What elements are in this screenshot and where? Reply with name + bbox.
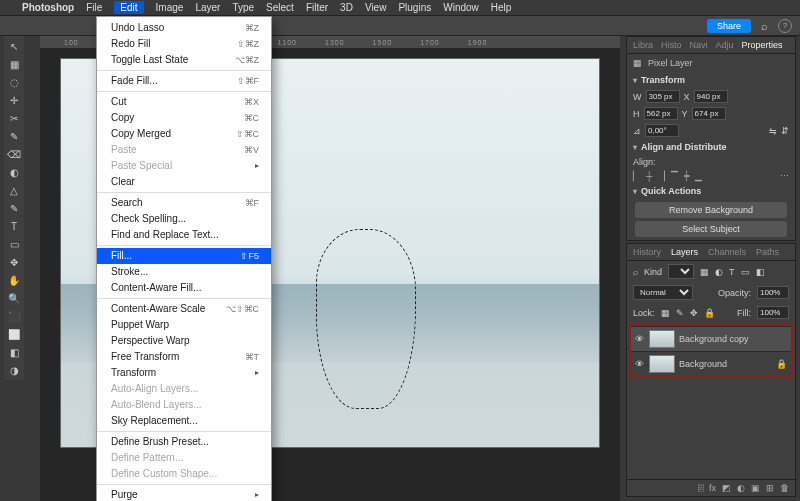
- tab-histogram[interactable]: Histo: [661, 40, 682, 50]
- menu-item-content-aware-scale[interactable]: Content-Aware Scale⌥⇧⌘C: [97, 301, 271, 317]
- menu-3d[interactable]: 3D: [340, 2, 353, 13]
- menu-help[interactable]: Help: [491, 2, 512, 13]
- align-top-icon[interactable]: ▔: [671, 171, 678, 181]
- opacity-input[interactable]: [757, 286, 789, 299]
- adjustment-icon[interactable]: ◐: [737, 483, 745, 493]
- tool-8[interactable]: △: [6, 182, 22, 198]
- menu-file[interactable]: File: [86, 2, 102, 13]
- menu-item-perspective-warp[interactable]: Perspective Warp: [97, 333, 271, 349]
- align-hcenter-icon[interactable]: ┼: [646, 171, 652, 181]
- tab-history[interactable]: History: [633, 247, 661, 257]
- search-icon[interactable]: ⌕: [633, 267, 638, 277]
- tool-14[interactable]: 🔍: [6, 290, 22, 306]
- menu-item-undo-lasso[interactable]: Undo Lasso⌘Z: [97, 20, 271, 36]
- angle-input[interactable]: [645, 124, 679, 137]
- flip-h-icon[interactable]: ⇋: [769, 126, 777, 136]
- tool-11[interactable]: ▭: [6, 236, 22, 252]
- tool-7[interactable]: ◐: [6, 164, 22, 180]
- visibility-icon[interactable]: 👁: [635, 359, 645, 369]
- fill-input[interactable]: [757, 306, 789, 319]
- kind-select[interactable]: [668, 264, 694, 279]
- tool-2[interactable]: ◌: [6, 74, 22, 90]
- layer-name[interactable]: Background: [679, 359, 727, 369]
- select-subject-button[interactable]: Select Subject: [635, 221, 787, 237]
- menu-item-search[interactable]: Search⌘F: [97, 195, 271, 211]
- y-input[interactable]: [692, 107, 726, 120]
- tool-4[interactable]: ✂: [6, 110, 22, 126]
- share-button[interactable]: Share: [707, 19, 751, 33]
- menu-item-copy-merged[interactable]: Copy Merged⇧⌘C: [97, 126, 271, 142]
- menu-item-content-aware-fill[interactable]: Content-Aware Fill...: [97, 280, 271, 296]
- align-right-icon[interactable]: ▕: [658, 171, 665, 181]
- menu-image[interactable]: Image: [156, 2, 184, 13]
- menu-plugins[interactable]: Plugins: [398, 2, 431, 13]
- menu-item-transform[interactable]: Transform: [97, 365, 271, 381]
- layer-row[interactable]: 👁 Background copy: [631, 326, 791, 351]
- tool-13[interactable]: ✋: [6, 272, 22, 288]
- tool-9[interactable]: ✎: [6, 200, 22, 216]
- menu-item-clear[interactable]: Clear: [97, 174, 271, 190]
- tool-10[interactable]: T: [6, 218, 22, 234]
- menu-item-fade-fill[interactable]: Fade Fill...⇧⌘F: [97, 73, 271, 89]
- tab-properties[interactable]: Properties: [742, 40, 783, 50]
- link-layers-icon[interactable]: ⍯: [698, 483, 703, 493]
- tab-libraries[interactable]: Libra: [633, 40, 653, 50]
- align-vcenter-icon[interactable]: ┿: [684, 171, 689, 181]
- width-input[interactable]: [646, 90, 680, 103]
- tool-18[interactable]: ◑: [6, 362, 22, 378]
- menu-type[interactable]: Type: [232, 2, 254, 13]
- layer-name[interactable]: Background copy: [679, 334, 749, 344]
- visibility-icon[interactable]: 👁: [635, 334, 645, 344]
- flip-v-icon[interactable]: ⇵: [781, 126, 789, 136]
- new-layer-icon[interactable]: ⊞: [766, 483, 774, 493]
- align-more-icon[interactable]: ⋯: [780, 171, 789, 181]
- align-bottom-icon[interactable]: ▁: [695, 171, 702, 181]
- tool-0[interactable]: ↖: [6, 38, 22, 54]
- transform-header[interactable]: Transform: [627, 72, 795, 88]
- height-input[interactable]: [644, 107, 678, 120]
- menu-item-cut[interactable]: Cut⌘X: [97, 94, 271, 110]
- align-left-icon[interactable]: ▏: [633, 171, 640, 181]
- tool-15[interactable]: ⬛: [6, 308, 22, 324]
- menu-layer[interactable]: Layer: [195, 2, 220, 13]
- tool-3[interactable]: ✛: [6, 92, 22, 108]
- menu-item-free-transform[interactable]: Free Transform⌘T: [97, 349, 271, 365]
- quick-actions-header[interactable]: Quick Actions: [627, 183, 795, 199]
- align-header[interactable]: Align and Distribute: [627, 139, 795, 155]
- x-input[interactable]: [694, 90, 728, 103]
- tool-17[interactable]: ◧: [6, 344, 22, 360]
- tab-paths[interactable]: Paths: [756, 247, 779, 257]
- menu-edit[interactable]: Edit: [114, 1, 143, 14]
- menu-window[interactable]: Window: [443, 2, 479, 13]
- menu-item-sky-replacement[interactable]: Sky Replacement...: [97, 413, 271, 429]
- menu-item-define-brush-preset[interactable]: Define Brush Preset...: [97, 434, 271, 450]
- lock-all-icon[interactable]: 🔒: [704, 308, 715, 318]
- layer-row[interactable]: 👁 Background 🔒: [631, 351, 791, 376]
- menu-item-copy[interactable]: Copy⌘C: [97, 110, 271, 126]
- tab-channels[interactable]: Channels: [708, 247, 746, 257]
- menu-item-stroke[interactable]: Stroke...: [97, 264, 271, 280]
- menu-item-purge[interactable]: Purge: [97, 487, 271, 501]
- filter-pixel-icon[interactable]: ▦: [700, 267, 709, 277]
- menu-item-puppet-warp[interactable]: Puppet Warp: [97, 317, 271, 333]
- menu-item-redo-fill[interactable]: Redo Fill⇧⌘Z: [97, 36, 271, 52]
- filter-adjust-icon[interactable]: ◐: [715, 267, 723, 277]
- remove-background-button[interactable]: Remove Background: [635, 202, 787, 218]
- tab-navigator[interactable]: Navi: [690, 40, 708, 50]
- lock-position-icon[interactable]: ✥: [690, 308, 698, 318]
- tool-12[interactable]: ✥: [6, 254, 22, 270]
- blend-mode-select[interactable]: Normal: [633, 285, 693, 300]
- tool-6[interactable]: ⌫: [6, 146, 22, 162]
- filter-smart-icon[interactable]: ◧: [756, 267, 765, 277]
- menu-item-fill[interactable]: Fill...⇧F5: [97, 248, 271, 264]
- menu-filter[interactable]: Filter: [306, 2, 328, 13]
- tool-1[interactable]: ▦: [6, 56, 22, 72]
- tab-layers[interactable]: Layers: [671, 247, 698, 257]
- tool-16[interactable]: ⬜: [6, 326, 22, 342]
- trash-icon[interactable]: 🗑: [780, 483, 789, 493]
- filter-type-icon[interactable]: T: [729, 267, 735, 277]
- menu-item-find-and-replace-text[interactable]: Find and Replace Text...: [97, 227, 271, 243]
- mask-icon[interactable]: ◩: [722, 483, 731, 493]
- menu-item-toggle-last-state[interactable]: Toggle Last State⌥⌘Z: [97, 52, 271, 68]
- menu-item-check-spelling[interactable]: Check Spelling...: [97, 211, 271, 227]
